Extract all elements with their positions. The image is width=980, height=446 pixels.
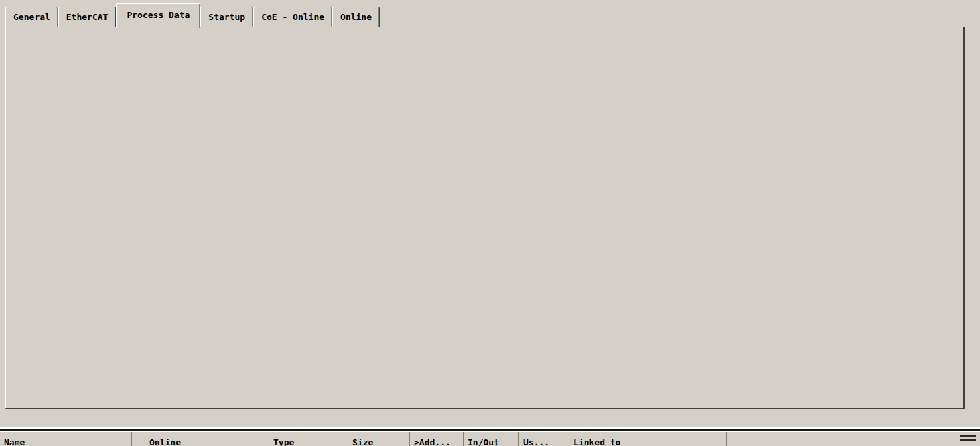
column-header-blank[interactable]: [132, 432, 145, 446]
tab-page-process-data: [5, 27, 965, 409]
tab-coe-online[interactable]: CoE - Online: [253, 7, 332, 27]
process-data-dialog: { "icons": { "check": "✔", "scroll_left"…: [0, 0, 980, 446]
column-header-size[interactable]: Size: [348, 432, 410, 446]
variable-grid-header: Name Online Type Size >Add... In/Out Us.…: [0, 431, 980, 446]
tab-ethercat[interactable]: EtherCAT: [58, 7, 117, 27]
column-header-filler: [727, 432, 980, 446]
column-header-inout[interactable]: In/Out: [464, 432, 519, 446]
tab-process-data[interactable]: Process Data: [116, 3, 200, 28]
grid-corner-icon: [960, 435, 976, 442]
tab-bar: General EtherCAT Process Data Startup Co…: [5, 7, 380, 27]
tab-online[interactable]: Online: [332, 7, 380, 27]
column-header-online[interactable]: Online: [145, 432, 269, 446]
column-header-name[interactable]: Name: [0, 432, 132, 446]
column-header-type[interactable]: Type: [269, 432, 348, 446]
column-header-user[interactable]: Us...: [519, 432, 569, 446]
column-header-linked-to[interactable]: Linked to: [569, 432, 727, 446]
tab-general[interactable]: General: [5, 7, 58, 27]
tab-startup[interactable]: Startup: [200, 7, 253, 27]
column-header-addr[interactable]: >Add...: [410, 432, 464, 446]
